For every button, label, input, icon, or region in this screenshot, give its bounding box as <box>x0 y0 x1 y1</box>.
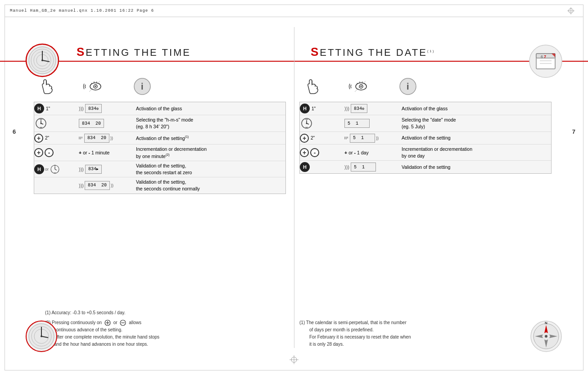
header-bar: Manuel Ham_GB_2e manuel.qnx 1.10.2001 16… <box>5 5 583 17</box>
table-row: ))) 834 20 )) Validation of the setting,… <box>34 177 285 193</box>
table-row: + - + or - 1 day Incrementation or decre… <box>300 145 551 161</box>
action-col: + 2" <box>300 132 343 144</box>
plus-circle-footnote <box>104 320 111 326</box>
right-instruction-table: H 1" ))) 834 ⚙ Activation of the glass <box>299 102 552 174</box>
left-instruction-table: H 1" ))) 834 ⚙ Activation of the glass <box>34 102 286 194</box>
right-title-first-letter: S <box>311 45 320 59</box>
vertical-divider <box>294 27 294 348</box>
right-content: i H 1" ))) 834 ⚙ Activation of the glass <box>299 77 552 174</box>
table-row: 834 20 Selecting the "h-m-s" mode(eg. 8 … <box>34 115 285 132</box>
svg-point-10 <box>41 59 43 61</box>
footnotes-right: (1) The calendar is semi-perpetual, that… <box>299 319 525 348</box>
display-col: + or - 1 minute <box>77 149 133 157</box>
action-col: H 1" <box>300 102 343 115</box>
crosshair-icon <box>567 7 574 14</box>
eye-sound-icon-left <box>83 77 106 96</box>
right-section-title: SETTING THE DATE(1) <box>311 45 435 59</box>
text-col: Selecting the "h-m-s" mode(eg. 8 h 34' 2… <box>133 115 285 131</box>
svg-text:N: N <box>545 321 547 325</box>
action-col: H <box>300 161 343 173</box>
text-col: Activation of the glass <box>399 104 551 113</box>
svg-point-34 <box>41 123 42 124</box>
table-row: H or ))) 834 ▶ Valid <box>34 161 285 177</box>
svg-text:6: 6 <box>541 54 543 59</box>
minus-circle-footnote <box>120 320 126 326</box>
text-col: Validation of the setting <box>399 163 551 172</box>
footnote-2-left: (2) Pressing continuously on or allows <box>45 319 252 326</box>
calendar-icon-tr: 7 6 <box>528 44 563 79</box>
svg-text:i: i <box>407 81 409 91</box>
svg-text:i: i <box>141 81 144 91</box>
svg-rect-37 <box>54 172 56 174</box>
display-col: ))) 834 ⚙ <box>343 103 399 114</box>
svg-point-55 <box>306 123 308 124</box>
table-row: + 2" 834 20 )) Activation of the s <box>34 132 285 145</box>
svg-point-67 <box>41 335 42 337</box>
small-watch-icon <box>50 164 60 175</box>
hand-gesture-icon-right <box>302 77 321 96</box>
text-col: Incrementation or decrementationby one m… <box>133 145 285 161</box>
corner-compass-br: N <box>529 320 563 353</box>
action-col: + 2" <box>34 132 77 144</box>
display-col: 834 20 )) <box>77 132 133 144</box>
left-content: i H 1" ))) 834 ⚙ Activation of the glass <box>34 77 286 194</box>
footnote-1-left: (1) Accuracy: -0.3 to +0.5 seconds / day… <box>45 309 252 316</box>
text-col: Activation of the setting(1) <box>133 133 285 143</box>
display-col: ))) 834 ▶ <box>77 163 133 175</box>
corner-clock-tl <box>25 43 61 79</box>
svg-rect-30 <box>40 118 42 120</box>
info-icon-left: i <box>133 77 151 95</box>
table-row: 5 1 Selecting the "date" mode(eg. 5 July… <box>300 115 551 132</box>
hand-gesture-icon <box>36 77 56 96</box>
page-number-right: 7 <box>572 128 575 135</box>
action-col: H 1" <box>34 102 77 115</box>
text-col: Validation of the setting,the seconds co… <box>133 177 285 193</box>
watch-icon-right <box>300 117 313 130</box>
footnotes-left: (1) Accuracy: -0.3 to +0.5 seconds / day… <box>45 309 252 348</box>
action-col: + - <box>300 147 343 158</box>
text-col: Activation of the setting <box>399 133 551 143</box>
svg-rect-51 <box>305 118 308 120</box>
text-col: Activation of the glass <box>133 104 285 113</box>
action-col: + - <box>34 147 77 158</box>
text-col: Validation of the setting,the seconds re… <box>133 161 285 177</box>
footnote-1-right: (1) The calendar is semi-perpetual, that… <box>299 319 525 326</box>
action-col <box>300 115 343 131</box>
left-title-first-letter: S <box>77 45 86 59</box>
header-text: Manuel Ham_GB_2e manuel.qnx 1.10.2001 16… <box>10 9 154 13</box>
eye-sound-icon-right <box>348 77 372 96</box>
display-col: 5 1 )) <box>343 132 399 144</box>
info-icon-right: i <box>399 77 417 95</box>
table-row: H 1" ))) 834 ⚙ Activation of the glass <box>300 102 551 115</box>
table-row: H 1" ))) 834 ⚙ Activation of the glass <box>34 102 285 115</box>
svg-rect-36 <box>54 165 56 166</box>
table-row: + 2" 5 1 )) Activation of the setting <box>300 132 551 145</box>
corner-clock-bl <box>25 320 59 353</box>
display-col: + or - 1 day <box>343 149 399 157</box>
watch-icon <box>34 117 48 130</box>
action-col <box>34 184 77 187</box>
svg-rect-31 <box>40 127 42 129</box>
table-row: + - + or - 1 minute Incrementation or de… <box>34 145 285 161</box>
display-col: ))) 834 20 )) <box>77 180 133 191</box>
page-number-left: 6 <box>13 128 16 135</box>
crosshair-bottom <box>289 355 299 365</box>
svg-point-74 <box>545 335 547 338</box>
display-col: ))) 834 ⚙ <box>77 103 133 114</box>
left-section-title: SETTING THE TIME <box>77 45 191 59</box>
display-col: 834 20 <box>77 117 133 129</box>
svg-text:7: 7 <box>544 54 546 59</box>
action-col: H or <box>34 163 77 176</box>
text-col: Selecting the "date" mode(eg. 5 July) <box>399 115 551 131</box>
table-row: H ))) 5 1 Validation of the setting <box>300 161 551 173</box>
svg-rect-52 <box>305 127 308 129</box>
action-col <box>34 115 77 131</box>
text-col: Incrementation or decrementationby one d… <box>399 145 551 160</box>
display-col: ))) 5 1 <box>343 161 399 173</box>
display-col: 5 1 <box>343 117 399 129</box>
